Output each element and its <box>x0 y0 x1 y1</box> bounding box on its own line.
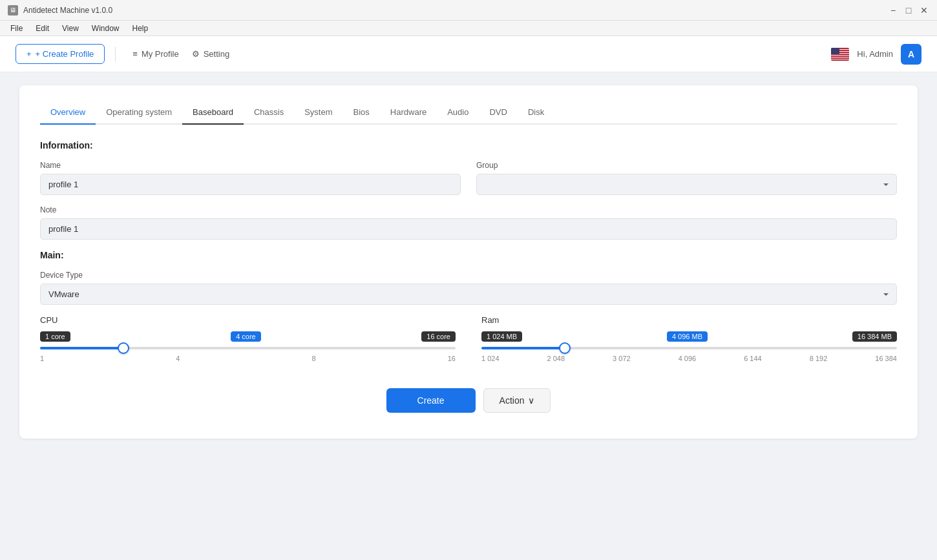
setting-nav[interactable]: ⚙ Setting <box>185 45 236 63</box>
group-select[interactable] <box>476 174 897 195</box>
cpu-ticks: 1 4 8 16 <box>40 355 456 362</box>
cpu-tick-8: 8 <box>312 355 316 362</box>
tab-baseboard[interactable]: Baseboard <box>182 101 244 125</box>
information-section-title: Information: <box>40 140 897 150</box>
menu-help[interactable]: Help <box>127 23 154 34</box>
create-profile-button[interactable]: + + Create Profile <box>16 44 105 64</box>
ram-tick-3072: 3 072 <box>613 355 631 362</box>
action-button[interactable]: Action ∨ <box>483 388 551 413</box>
gear-icon: ⚙ <box>192 49 200 59</box>
note-label: Note <box>40 205 897 214</box>
app-icon: 🖥 <box>8 5 18 16</box>
ram-max-badge: 16 384 MB <box>852 331 897 342</box>
main-section-title: Main: <box>40 250 897 260</box>
cpu-min-badge: 1 core <box>40 331 70 342</box>
list-icon: ≡ <box>132 49 138 59</box>
cpu-tick-16: 16 <box>448 355 456 362</box>
minimize-button[interactable]: − <box>888 5 898 16</box>
ram-label: Ram <box>481 315 897 325</box>
ram-ticks: 1 024 2 048 3 072 4 096 6 144 8 192 16 3… <box>481 355 897 362</box>
maximize-button[interactable]: □ <box>903 5 914 16</box>
ram-tick-4096: 4 096 <box>679 355 697 362</box>
tab-disk[interactable]: Disk <box>518 101 554 125</box>
nav-divider <box>115 47 116 62</box>
my-profile-nav[interactable]: ≡ My Profile <box>126 45 185 63</box>
name-input[interactable] <box>40 174 461 195</box>
window-controls: − □ ✕ <box>888 5 929 16</box>
note-input[interactable] <box>40 218 897 240</box>
menu-view[interactable]: View <box>57 23 84 34</box>
profile-card: Overview Operating system Baseboard Chas… <box>19 85 918 439</box>
cpu-slider-group: CPU 1 core 4 core 16 core 1 4 8 <box>40 315 456 362</box>
titlebar: 🖥 Antidetect Machine v1.0.0 − □ ✕ <box>0 0 937 21</box>
ram-tick-16384: 16 384 <box>875 355 897 362</box>
tab-hardware[interactable]: Hardware <box>380 101 437 125</box>
device-type-label: Device Type <box>40 271 897 280</box>
note-row: Note <box>40 205 897 240</box>
cpu-tick-4: 4 <box>176 355 180 362</box>
device-type-group: Device Type VMware VirtualBox Hyper-V KV… <box>40 271 897 305</box>
sliders-row: CPU 1 core 4 core 16 core 1 4 8 <box>40 315 897 362</box>
topnav-right: Hi, Admin A <box>831 44 921 65</box>
ram-tick-8192: 8 192 <box>810 355 828 362</box>
tab-bios[interactable]: Bios <box>343 101 380 125</box>
menu-window[interactable]: Window <box>87 23 125 34</box>
tab-bar: Overview Operating system Baseboard Chas… <box>40 101 897 125</box>
tab-chassis[interactable]: Chassis <box>244 101 294 125</box>
device-type-row: Device Type VMware VirtualBox Hyper-V KV… <box>40 271 897 305</box>
action-label: Action <box>500 395 525 406</box>
plus-icon: + <box>26 49 32 59</box>
tab-overview[interactable]: Overview <box>40 101 96 125</box>
cpu-max-badge: 16 core <box>421 331 456 342</box>
tab-dvd[interactable]: DVD <box>479 101 517 125</box>
cpu-tick-1: 1 <box>40 355 44 362</box>
app-title: Antidetect Machine v1.0.0 <box>23 6 888 15</box>
ram-tick-1024: 1 024 <box>481 355 500 362</box>
name-label: Name <box>40 161 461 170</box>
create-button[interactable]: Create <box>386 388 476 413</box>
ram-min-badge: 1 024 MB <box>481 331 522 342</box>
name-group: Name <box>40 161 461 195</box>
device-type-select[interactable]: VMware VirtualBox Hyper-V KVM <box>40 284 897 305</box>
setting-label: Setting <box>204 49 229 59</box>
name-group-row: Name Group <box>40 161 897 195</box>
chevron-down-icon: ∨ <box>528 395 534 406</box>
ram-slider-group: Ram 1 024 MB 4 096 MB 16 384 MB 1 024 2 … <box>481 315 897 362</box>
topnav: + + Create Profile ≡ My Profile ⚙ Settin… <box>0 36 937 72</box>
close-button[interactable]: ✕ <box>919 5 929 16</box>
bottom-bar: Create Action ∨ <box>40 388 897 423</box>
group-group: Group <box>476 161 897 195</box>
group-label: Group <box>476 161 897 170</box>
ram-tick-6144: 6 144 <box>744 355 762 362</box>
menu-edit[interactable]: Edit <box>30 23 54 34</box>
avatar-button[interactable]: A <box>901 44 921 65</box>
main-content: Overview Operating system Baseboard Chas… <box>0 72 937 560</box>
greeting-text: Hi, Admin <box>857 49 893 59</box>
menubar: File Edit View Window Help <box>0 21 937 36</box>
create-profile-label: + Create Profile <box>36 49 94 59</box>
cpu-range-labels: 1 core 4 core 16 core <box>40 331 456 342</box>
cpu-label: CPU <box>40 315 456 325</box>
note-group: Note <box>40 205 897 240</box>
ram-tick-2048: 2 048 <box>547 355 565 362</box>
ram-current-badge: 4 096 MB <box>667 331 708 342</box>
flag-icon[interactable] <box>831 48 849 61</box>
cpu-current-badge: 4 core <box>231 331 261 342</box>
menu-file[interactable]: File <box>5 23 28 34</box>
tab-os[interactable]: Operating system <box>96 101 182 125</box>
tab-audio[interactable]: Audio <box>437 101 479 125</box>
my-profile-label: My Profile <box>142 49 179 59</box>
tab-system[interactable]: System <box>294 101 342 125</box>
ram-range-labels: 1 024 MB 4 096 MB 16 384 MB <box>481 331 897 342</box>
